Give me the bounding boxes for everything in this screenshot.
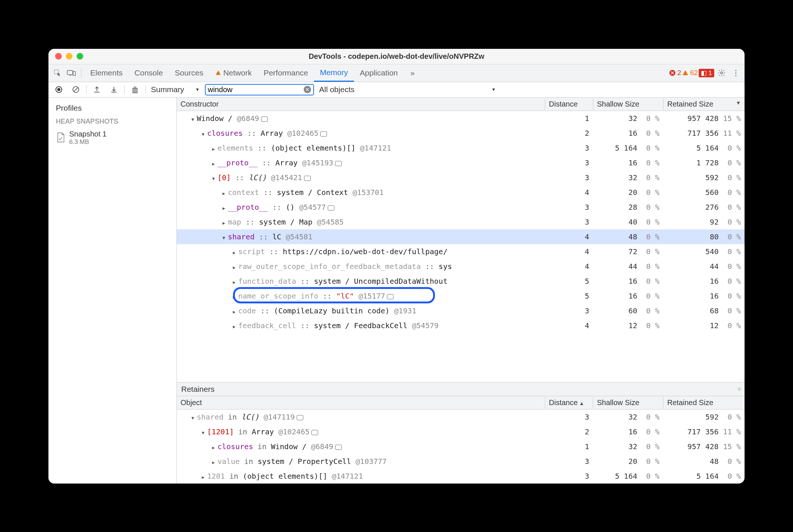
col-distance[interactable]: Distance bbox=[545, 98, 593, 110]
snapshot-icon bbox=[56, 132, 65, 143]
disclosure-icon[interactable] bbox=[190, 413, 195, 421]
disclosure-icon[interactable] bbox=[190, 114, 195, 123]
disclosure-icon[interactable] bbox=[200, 472, 206, 481]
constructor-header-row: Constructor Distance Shallow Size Retain… bbox=[177, 98, 745, 111]
disclosure-icon[interactable] bbox=[232, 277, 237, 286]
retainers-header-row: Object Distance▲ Shallow Size Retained S… bbox=[177, 396, 745, 410]
gc-icon[interactable] bbox=[128, 83, 142, 96]
disclosure-icon[interactable] bbox=[200, 129, 206, 138]
tab-memory[interactable]: Memory bbox=[314, 64, 354, 82]
close-icon[interactable] bbox=[55, 53, 62, 60]
table-row[interactable]: raw_outer_scope_info_or_feedback_metadat… bbox=[177, 259, 745, 274]
table-row[interactable]: script :: https://cdpn.io/web-dot-dev/fu… bbox=[177, 244, 745, 259]
record-icon[interactable] bbox=[52, 83, 65, 96]
traffic-lights bbox=[55, 53, 83, 60]
minimize-icon[interactable] bbox=[66, 53, 72, 60]
table-row[interactable]: 1201 in (object elements)[] @14712135 16… bbox=[177, 469, 745, 484]
table-row[interactable]: feedback_cell :: system / FeedbackCell @… bbox=[177, 318, 745, 333]
snapshot-name: Snapshot 1 bbox=[69, 130, 107, 138]
svg-point-4 bbox=[721, 72, 723, 74]
error-badge[interactable]: 2 bbox=[669, 69, 681, 77]
disclosure-icon[interactable] bbox=[211, 442, 216, 451]
more-tabs[interactable]: » bbox=[404, 64, 421, 82]
retainers-header[interactable]: Retainers≡ bbox=[177, 382, 745, 396]
clear-icon[interactable] bbox=[69, 83, 82, 96]
svg-rect-2 bbox=[73, 71, 75, 75]
tab-application[interactable]: Application bbox=[354, 64, 404, 82]
scope-dropdown[interactable]: All objects▼ bbox=[318, 84, 497, 95]
rcol-shallow[interactable]: Shallow Size bbox=[593, 397, 663, 408]
table-row[interactable]: name_or_scope_info :: "lC" @151775160 %1… bbox=[177, 289, 745, 303]
kebab-icon[interactable]: ⋮ bbox=[729, 66, 742, 80]
table-row[interactable]: shared :: lC @545814480 %800 % bbox=[177, 229, 745, 244]
rcol-distance[interactable]: Distance▲ bbox=[545, 397, 593, 408]
retainers-rows[interactable]: shared in lC() @1471193320 %5920 %[1201]… bbox=[177, 410, 745, 484]
disclosure-icon[interactable] bbox=[232, 247, 237, 256]
disclosure-icon[interactable] bbox=[200, 427, 206, 436]
disclosure-icon[interactable] bbox=[221, 218, 226, 226]
heap-view: Constructor Distance Shallow Size Retain… bbox=[177, 98, 745, 484]
disclosure-icon[interactable] bbox=[211, 144, 216, 152]
table-row[interactable]: elements :: (object elements)[] @1471213… bbox=[177, 141, 745, 155]
divider bbox=[81, 68, 81, 78]
disclosure-icon[interactable] bbox=[232, 306, 237, 315]
disclosure-icon[interactable] bbox=[211, 457, 216, 466]
table-row[interactable]: Window / @68491320 %957 42815 % bbox=[177, 111, 745, 126]
svg-line-8 bbox=[74, 87, 78, 92]
table-row[interactable]: value in system / PropertyCell @10377732… bbox=[177, 454, 745, 469]
device-icon[interactable] bbox=[65, 66, 78, 80]
table-row[interactable]: __proto__ :: Array @1451933160 %1 7280 % bbox=[177, 155, 745, 170]
tab-network[interactable]: Network bbox=[209, 64, 258, 82]
table-row[interactable]: __proto__ :: () @545773280 %2760 % bbox=[177, 200, 745, 215]
extension-badge[interactable]: ◧ 1 bbox=[699, 69, 714, 77]
clear-filter-icon[interactable]: ✕ bbox=[304, 86, 311, 93]
settings-icon[interactable] bbox=[715, 66, 728, 80]
svg-rect-1 bbox=[67, 71, 73, 75]
tab-performance[interactable]: Performance bbox=[258, 64, 314, 82]
upload-icon[interactable] bbox=[90, 83, 104, 96]
table-row[interactable]: shared in lC() @1471193320 %5920 % bbox=[177, 410, 745, 424]
disclosure-icon[interactable] bbox=[221, 203, 226, 212]
col-shallow[interactable]: Shallow Size bbox=[593, 98, 663, 110]
tab-elements[interactable]: Elements bbox=[84, 64, 129, 82]
col-constructor[interactable]: Constructor bbox=[177, 98, 545, 110]
table-row[interactable]: closures in Window / @68491320 %957 4281… bbox=[177, 439, 745, 454]
profiles-heading: Profiles bbox=[48, 98, 176, 116]
disclosure-icon[interactable] bbox=[232, 262, 237, 271]
table-row[interactable]: [0] :: lC() @1454213320 %5920 % bbox=[177, 170, 745, 185]
inspect-icon[interactable] bbox=[51, 66, 64, 80]
titlebar: DevTools - codepen.io/web-dot-dev/live/o… bbox=[48, 49, 745, 64]
filter-input[interactable]: ✕ bbox=[205, 84, 314, 95]
table-row[interactable]: context :: system / Context @1537014200 … bbox=[177, 185, 745, 200]
rcol-object[interactable]: Object bbox=[177, 397, 545, 408]
heap-snapshots-label: HEAP SNAPSHOTS bbox=[48, 116, 176, 127]
devtools-window: DevTools - codepen.io/web-dot-dev/live/o… bbox=[48, 49, 745, 484]
disclosure-icon[interactable] bbox=[221, 232, 226, 241]
table-row[interactable]: code :: (CompileLazy builtin code) @1931… bbox=[177, 303, 745, 318]
disclosure-icon[interactable] bbox=[221, 188, 226, 197]
constructor-rows[interactable]: Window / @68491320 %957 42815 %closures … bbox=[177, 111, 745, 382]
table-row[interactable]: function_data :: system / UncompiledData… bbox=[177, 274, 745, 289]
snapshot-item[interactable]: Snapshot 1 6.3 MB bbox=[48, 127, 176, 149]
window-title: DevTools - codepen.io/web-dot-dev/live/o… bbox=[48, 52, 745, 61]
tab-console[interactable]: Console bbox=[129, 64, 169, 82]
table-row[interactable]: [1201] in Array @1024652160 %717 35611 % bbox=[177, 424, 745, 439]
divider bbox=[124, 85, 125, 94]
disclosure-icon[interactable] bbox=[232, 321, 237, 330]
view-dropdown[interactable]: Summary▼ bbox=[149, 84, 201, 95]
disclosure-icon[interactable] bbox=[232, 292, 237, 300]
zoom-icon[interactable] bbox=[77, 53, 83, 60]
warning-badge[interactable]: 62 bbox=[682, 69, 698, 77]
table-row[interactable]: map :: system / Map @545853400 %920 % bbox=[177, 215, 745, 229]
disclosure-icon[interactable] bbox=[211, 173, 216, 182]
col-retained[interactable]: Retained Size▼ bbox=[663, 98, 745, 110]
download-icon[interactable] bbox=[107, 83, 121, 96]
divider bbox=[145, 85, 146, 94]
memory-toolbar: Summary▼ ✕ All objects▼ bbox=[48, 82, 745, 98]
disclosure-icon[interactable] bbox=[211, 158, 216, 167]
main-tabbar: ElementsConsoleSourcesNetworkPerformance… bbox=[48, 64, 745, 82]
tab-sources[interactable]: Sources bbox=[169, 64, 209, 82]
filter-text[interactable] bbox=[208, 85, 301, 94]
table-row[interactable]: closures :: Array @1024652160 %717 35611… bbox=[177, 126, 745, 141]
rcol-retained[interactable]: Retained Size bbox=[663, 397, 745, 408]
